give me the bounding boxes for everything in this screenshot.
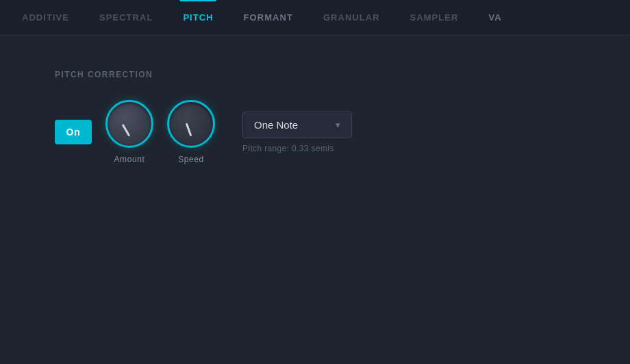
dropdown-container: One Note ▾ Pitch range: 0.33 semis	[242, 112, 352, 153]
tab-bar: ADDITIVE SPECTRAL PITCH FORMANT GRANULAR…	[0, 0, 630, 36]
speed-knob-container: Speed	[167, 100, 215, 164]
pitch-correction-section: PITCH CORRECTION On Amount Speed O	[55, 70, 352, 164]
tab-formant[interactable]: FORMANT	[229, 0, 308, 35]
amount-knob-label: Amount	[114, 155, 145, 164]
dropdown-arrow-icon: ▾	[336, 120, 340, 130]
tab-pitch[interactable]: PITCH	[168, 0, 228, 35]
speed-knob[interactable]	[167, 100, 215, 148]
amount-knob[interactable]	[105, 100, 153, 148]
tab-granular[interactable]: GRANULAR	[308, 0, 395, 35]
pitch-range-label: Pitch range: 0.33 semis	[242, 144, 352, 153]
tab-va[interactable]: VA	[473, 0, 516, 35]
section-title: PITCH CORRECTION	[55, 70, 352, 79]
app-container: ADDITIVE SPECTRAL PITCH FORMANT GRANULAR…	[0, 0, 630, 364]
speed-knob-label: Speed	[178, 155, 204, 164]
main-content: PITCH CORRECTION On Amount Speed O	[0, 36, 630, 364]
on-button[interactable]: On	[55, 120, 92, 144]
mode-dropdown[interactable]: One Note ▾	[242, 112, 352, 138]
tab-additive[interactable]: ADDITIVE	[7, 0, 84, 35]
tab-spectral[interactable]: SPECTRAL	[84, 0, 168, 35]
controls-row: On Amount Speed One Note ▾	[55, 100, 352, 164]
amount-knob-container: Amount	[105, 100, 153, 164]
dropdown-value: One Note	[254, 119, 298, 131]
tab-sampler[interactable]: SAMPLER	[395, 0, 474, 35]
